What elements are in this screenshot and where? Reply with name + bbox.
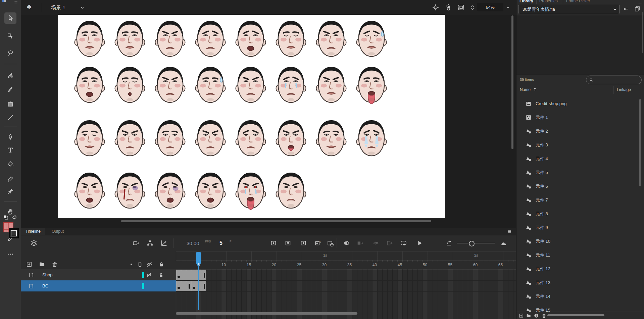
- library-item[interactable]: 元件 1: [516, 110, 644, 124]
- library-item[interactable]: Credit-shop.png: [516, 97, 644, 110]
- layer-frames-shop[interactable]: [176, 269, 516, 281]
- layer-view-options[interactable]: [30, 239, 38, 247]
- current-frame-value[interactable]: 5: [219, 240, 222, 246]
- library-item[interactable]: 元件 9: [516, 221, 644, 234]
- library-item[interactable]: 元件 10: [516, 234, 644, 248]
- onion-skin[interactable]: [343, 239, 350, 247]
- canvas-area[interactable]: [21, 15, 516, 228]
- rectangle-tool[interactable]: [4, 99, 16, 110]
- library-item[interactable]: 元件 14: [516, 289, 644, 303]
- insert-blank-keyframe[interactable]: [284, 239, 292, 247]
- stage[interactable]: [58, 15, 445, 218]
- search-input[interactable]: [594, 77, 635, 83]
- sort-ascending-icon[interactable]: [533, 87, 537, 92]
- zoom-level-field[interactable]: 64%: [477, 3, 503, 11]
- loop-playback[interactable]: [400, 239, 407, 247]
- insert-keyframe[interactable]: [270, 239, 277, 247]
- item-properties-button[interactable]: [534, 313, 539, 318]
- delete-item-button[interactable]: [541, 313, 547, 318]
- timeline-zoom-slider-knob[interactable]: [469, 241, 475, 246]
- center-frame-icon[interactable]: [432, 4, 439, 11]
- add-layer-button[interactable]: [26, 261, 33, 268]
- layer-row-bc[interactable]: BC: [21, 280, 176, 292]
- tab-timeline[interactable]: Timeline: [21, 228, 45, 235]
- new-folder-button[interactable]: [526, 313, 531, 318]
- timeline-frame-ruler[interactable]: 5101520253035404550556065: [176, 260, 516, 270]
- new-symbol-button[interactable]: [518, 313, 524, 318]
- outline-column[interactable]: [137, 261, 143, 268]
- library-menu-icon[interactable]: [638, 0, 642, 4]
- layer-name[interactable]: Shop: [42, 272, 52, 277]
- frame-rate-value[interactable]: 30,00: [187, 240, 199, 246]
- text-tool[interactable]: [4, 144, 16, 156]
- paint-bucket-tool[interactable]: [4, 158, 16, 170]
- frame-span[interactable]: [191, 281, 207, 291]
- pin-library-icon[interactable]: [623, 6, 629, 12]
- new-library-panel-icon[interactable]: [634, 5, 641, 12]
- library-vertical-scrollbar[interactable]: [639, 99, 641, 186]
- library-item[interactable]: 元件 3: [516, 138, 644, 152]
- lasso-tool[interactable]: [4, 47, 16, 59]
- frame-span[interactable]: [176, 281, 192, 291]
- play[interactable]: [416, 239, 423, 247]
- library-item[interactable]: 元件 11: [516, 248, 644, 262]
- timeline-zoom-slider-track[interactable]: [457, 243, 495, 243]
- column-name[interactable]: Name: [520, 87, 531, 92]
- symbol-swap[interactable]: [372, 239, 380, 247]
- column-divider[interactable]: [613, 86, 614, 94]
- scene-title[interactable]: 场景 1: [51, 4, 65, 11]
- resize-timeline-view[interactable]: [500, 239, 507, 247]
- library-item[interactable]: 元件 8: [516, 207, 644, 221]
- reset-timeline-zoom[interactable]: [446, 239, 453, 247]
- classic-brush-tool[interactable]: [4, 84, 16, 95]
- library-item[interactable]: 元件 7: [516, 193, 644, 207]
- zoom-stepper[interactable]: [470, 4, 475, 11]
- library-item[interactable]: 元件 15: [516, 303, 644, 312]
- column-linkage[interactable]: Linkage: [617, 87, 631, 92]
- panel-grip-icon[interactable]: [2, 0, 6, 4]
- layer-row-shop[interactable]: Shop: [21, 269, 176, 281]
- pen-tool[interactable]: [4, 131, 16, 143]
- layer-outline-color[interactable]: [142, 283, 144, 289]
- toolbar-menu-icon[interactable]: [13, 0, 18, 4]
- frame-span[interactable]: [176, 270, 207, 280]
- rotate-canvas-icon[interactable]: [445, 4, 452, 11]
- more-tools[interactable]: [4, 248, 16, 260]
- library-item[interactable]: 元件 4: [516, 152, 644, 166]
- panel-edge-scrollbar[interactable]: [642, 12, 643, 53]
- insert-frame[interactable]: [300, 239, 307, 247]
- stroke-color-swatch[interactable]: [9, 228, 19, 238]
- free-transform-tool[interactable]: [4, 30, 16, 42]
- create-tween[interactable]: [356, 239, 364, 247]
- canvas-vertical-scrollbar[interactable]: [511, 15, 513, 149]
- layer-outline-color[interactable]: [142, 272, 144, 278]
- lock-column[interactable]: [158, 261, 165, 268]
- zoom-chevron-down-icon[interactable]: [506, 5, 510, 10]
- add-folder-button[interactable]: [39, 261, 45, 268]
- library-item[interactable]: 元件 12: [516, 262, 644, 276]
- timeline-seconds-ruler[interactable]: 1s2s: [176, 251, 516, 261]
- show-parenting[interactable]: [146, 239, 154, 247]
- motion-editor[interactable]: [160, 239, 167, 247]
- eyedropper-tool[interactable]: [4, 173, 16, 185]
- timeline-horizontal-scrollbar[interactable]: [176, 312, 357, 315]
- tab-frame-picker[interactable]: Frame Picker: [566, 0, 590, 4]
- library-document-selector[interactable]: 30组青年表情.fla: [518, 5, 620, 14]
- tab-properties[interactable]: Properties: [539, 0, 558, 4]
- swap-colors-icon[interactable]: [11, 214, 17, 220]
- default-colors-icon[interactable]: [3, 214, 9, 220]
- library-item[interactable]: 元件 5: [516, 166, 644, 179]
- scene-chevron-down-icon[interactable]: [80, 5, 85, 10]
- active-layer-column[interactable]: [128, 261, 135, 268]
- timeline-menu-icon[interactable]: [507, 229, 512, 234]
- fluid-brush-tool[interactable]: [4, 70, 16, 81]
- frame-advance[interactable]: [386, 239, 393, 247]
- tab-output[interactable]: Output: [47, 228, 68, 235]
- auto-keyframe[interactable]: A: [314, 239, 321, 247]
- layer-locked-icon[interactable]: [158, 272, 164, 278]
- library-item[interactable]: 元件 13: [516, 276, 644, 289]
- layer-name[interactable]: BC: [42, 283, 48, 288]
- library-item[interactable]: 元件 6: [516, 179, 644, 193]
- visibility-column[interactable]: [146, 261, 153, 268]
- layer-frames-bc[interactable]: [176, 280, 516, 292]
